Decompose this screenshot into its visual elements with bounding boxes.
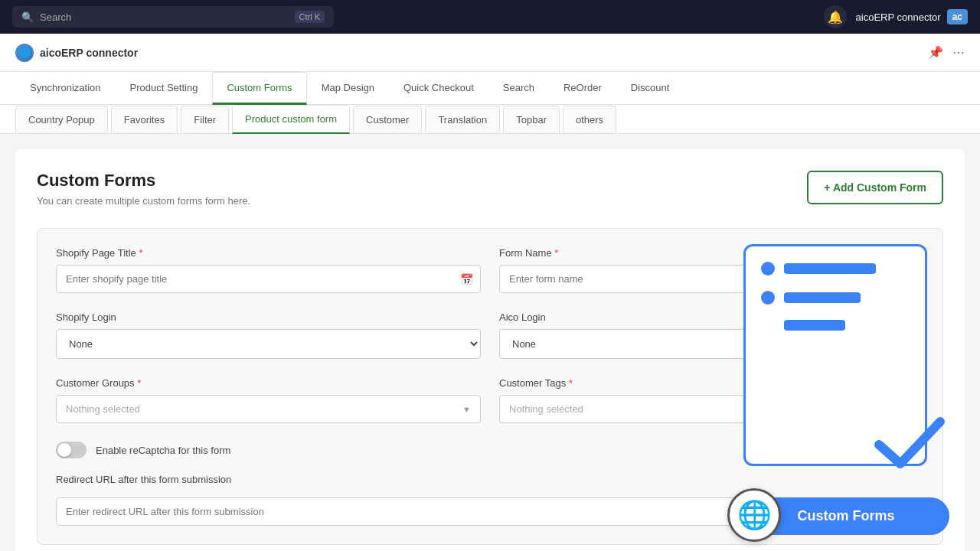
page-subtitle: You can create multiple custom forms for… (37, 195, 250, 207)
form-row-3: Customer Groups * Nothing selected ▼ Cus… (56, 377, 924, 423)
customer-tags-group: Customer Tags * Nothing selected ▼ (499, 377, 924, 423)
redirect-url-label: Redirect URL after this form submission (56, 474, 924, 485)
add-custom-form-button[interactable]: + Add Custom Form (807, 171, 943, 204)
illustration-footer: Custom Forms 🌐 (727, 490, 965, 551)
form-name-label: Form Name * (499, 247, 924, 259)
card-title-area: Custom Forms You can create multiple cus… (37, 171, 250, 207)
keyboard-shortcut: Ctrl K (295, 11, 325, 23)
customer-groups-group: Customer Groups * Nothing selected ▼ (56, 377, 481, 423)
tab-discount[interactable]: Discount (616, 72, 684, 105)
form-row-1: Shopify Page Title * 📅 Form Name * (56, 247, 924, 293)
tab-reorder[interactable]: ReOrder (549, 72, 616, 105)
nav-tabs-secondary: Country Popup Favorites Filter Product c… (0, 105, 980, 134)
user-avatar: ac (947, 9, 968, 24)
content-card: Custom Forms You can create multiple cus… (15, 149, 965, 551)
user-menu[interactable]: aicoERP connector ac (856, 9, 968, 24)
customer-tags-select[interactable]: Nothing selected ▼ (499, 395, 924, 423)
shopify-page-title-label: Shopify Page Title * (56, 247, 481, 259)
user-name: aicoERP connector (856, 11, 941, 23)
pin-icon[interactable]: 📌 (928, 45, 943, 60)
required-marker-3: * (137, 377, 141, 389)
app-logo: 🌐 aicoERP connector (15, 44, 138, 62)
tab-quick-checkout[interactable]: Quick Checkout (389, 72, 488, 105)
shopify-page-title-group: Shopify Page Title * 📅 (56, 247, 481, 293)
customer-tags-label: Customer Tags * (499, 377, 924, 389)
main-content: Custom Forms You can create multiple cus… (0, 134, 980, 551)
search-icon: 🔍 (21, 11, 34, 23)
globe-icon: 🌐 (737, 499, 772, 531)
tab-product-setting[interactable]: Product Setting (116, 72, 213, 105)
tab-filter[interactable]: Filter (181, 106, 229, 134)
customer-groups-select[interactable]: Nothing selected ▼ (56, 395, 481, 423)
chevron-down-icon: ▼ (462, 405, 471, 414)
aico-login-group: Aico Login None Required Optional (499, 311, 924, 359)
tab-search[interactable]: Search (488, 72, 549, 105)
tab-synchronization[interactable]: Synchronization (15, 72, 116, 105)
required-marker-4: * (569, 377, 573, 389)
required-marker: * (139, 247, 142, 259)
form-row-2: Shopify Login None Required Optional Aic… (56, 311, 924, 359)
recaptcha-label: Enable reCaptcha for this form (96, 445, 230, 456)
shopify-login-select[interactable]: None Required Optional (56, 329, 481, 359)
tab-topbar[interactable]: Topbar (503, 106, 560, 134)
tab-map-design[interactable]: Map Design (307, 72, 389, 105)
nav-tabs-primary: Synchronization Product Setting Custom F… (0, 72, 980, 105)
recaptcha-toggle[interactable] (56, 442, 87, 458)
bell-icon: 🔔 (828, 10, 843, 24)
search-placeholder: Search (40, 11, 71, 23)
aico-login-select[interactable]: None Required Optional (499, 329, 924, 359)
tab-others[interactable]: others (563, 106, 616, 134)
customer-groups-label: Customer Groups * (56, 377, 481, 389)
more-icon[interactable]: ⋯ (952, 45, 965, 60)
tab-product-custom-form[interactable]: Product custom form (232, 105, 350, 134)
topbar-right: 🔔 aicoERP connector ac (824, 5, 968, 28)
toggle-knob (57, 443, 71, 457)
shopify-login-group: Shopify Login None Required Optional (56, 311, 481, 359)
required-marker-2: * (554, 247, 558, 259)
notification-bell[interactable]: 🔔 (824, 5, 847, 28)
tab-favorites[interactable]: Favorites (111, 106, 178, 134)
aico-login-label: Aico Login (499, 311, 924, 323)
app-header-actions: 📌 ⋯ (928, 45, 965, 60)
logo-icon: 🌐 (15, 44, 34, 62)
tab-custom-forms[interactable]: Custom Forms (212, 72, 306, 105)
customer-tags-value: Nothing selected (509, 403, 583, 415)
recaptcha-toggle-row: Enable reCaptcha for this form (56, 442, 924, 458)
chevron-down-icon-2: ▼ (906, 405, 914, 414)
form-name-group: Form Name * (499, 247, 924, 293)
globe-badge: 🌐 (727, 488, 781, 542)
top-bar: 🔍 Search Ctrl K 🔔 aicoERP connector ac (0, 0, 980, 34)
illus-bar-2 (784, 292, 861, 303)
page-title: Custom Forms (37, 171, 250, 191)
global-search[interactable]: 🔍 Search Ctrl K (12, 6, 334, 28)
customer-groups-value: Nothing selected (66, 403, 140, 415)
card-header: Custom Forms You can create multiple cus… (37, 171, 943, 207)
tab-country-popup[interactable]: Country Popup (15, 106, 108, 134)
app-header: 🌐 aicoERP connector 📌 ⋯ (0, 34, 980, 72)
shopify-page-title-input-wrapper: 📅 (56, 265, 481, 293)
tab-translation[interactable]: Translation (425, 106, 500, 134)
shopify-page-title-input[interactable] (56, 265, 481, 293)
tab-customer[interactable]: Customer (353, 106, 422, 134)
form-name-input[interactable] (499, 265, 924, 293)
shopify-login-label: Shopify Login (56, 311, 481, 323)
calendar-icon: 📅 (460, 273, 473, 285)
app-name: aicoERP connector (40, 47, 138, 59)
